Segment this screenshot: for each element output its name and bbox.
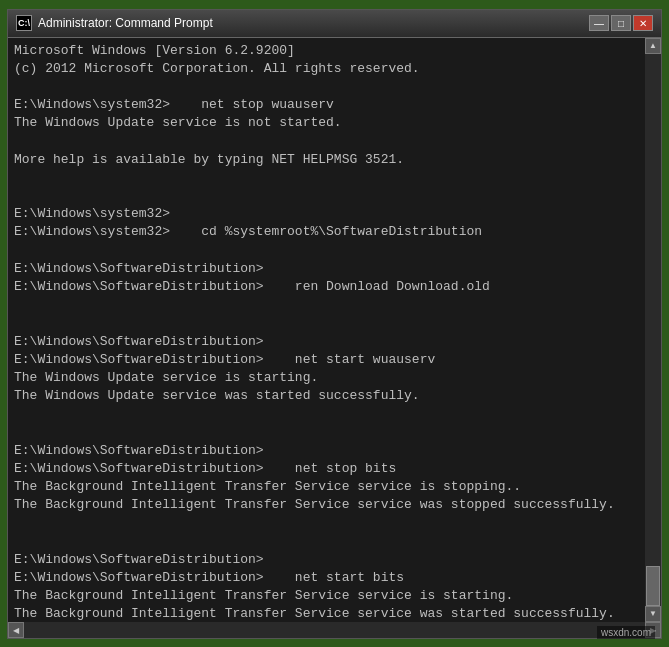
command-prompt-window: C:\ Administrator: Command Prompt — □ ✕ … bbox=[7, 9, 662, 639]
title-bar-left: C:\ Administrator: Command Prompt bbox=[16, 15, 213, 31]
minimize-button[interactable]: — bbox=[589, 15, 609, 31]
scroll-down-arrow[interactable]: ▼ bbox=[645, 606, 661, 622]
window-body: Microsoft Windows [Version 6.2.9200] (c)… bbox=[8, 38, 661, 622]
scroll-thumb[interactable] bbox=[646, 566, 660, 606]
vertical-scrollbar[interactable]: ▲ ▼ bbox=[645, 38, 661, 622]
window-title: Administrator: Command Prompt bbox=[38, 16, 213, 30]
h-scroll-track[interactable] bbox=[24, 622, 645, 638]
title-bar: C:\ Administrator: Command Prompt — □ ✕ bbox=[8, 10, 661, 38]
scroll-track[interactable] bbox=[645, 54, 661, 606]
watermark: wsxdn.com bbox=[597, 626, 655, 639]
scroll-up-arrow[interactable]: ▲ bbox=[645, 38, 661, 54]
cmd-icon: C:\ bbox=[16, 15, 32, 31]
maximize-button[interactable]: □ bbox=[611, 15, 631, 31]
close-button[interactable]: ✕ bbox=[633, 15, 653, 31]
title-bar-buttons: — □ ✕ bbox=[589, 15, 653, 31]
horizontal-scrollbar[interactable]: ◀ ▶ bbox=[8, 622, 661, 638]
terminal-output: Microsoft Windows [Version 6.2.9200] (c)… bbox=[8, 38, 645, 622]
scroll-left-arrow[interactable]: ◀ bbox=[8, 622, 24, 638]
